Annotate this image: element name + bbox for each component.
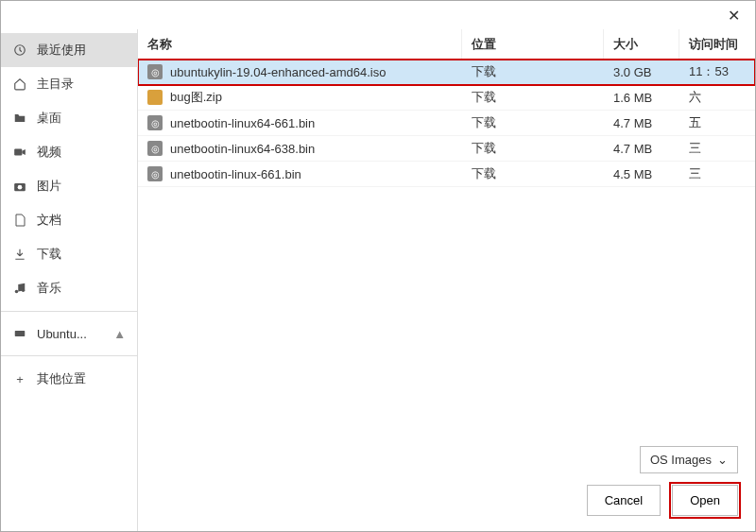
- file-list-header: 名称 位置 大小 访问时间: [138, 29, 755, 60]
- svg-point-4: [15, 290, 19, 294]
- clock-icon: [12, 43, 27, 58]
- sidebar-separator: [1, 355, 137, 356]
- filter-label: OS Images: [650, 453, 712, 467]
- file-row[interactable]: bug图.zip下载1.6 MB六: [138, 85, 755, 111]
- file-name: unetbootin-linux64-638.bin: [170, 142, 315, 156]
- sidebar-item-label: 下载: [37, 246, 61, 263]
- file-size: 4.5 MB: [604, 167, 679, 181]
- file-name-cell: bug图.zip: [138, 89, 462, 106]
- sidebar-item-other-locations[interactable]: + 其他位置: [1, 362, 137, 396]
- folder-icon: [12, 111, 27, 126]
- plus-icon: +: [12, 371, 27, 386]
- file-location: 下载: [462, 63, 604, 80]
- bin-icon: ◎: [147, 166, 163, 181]
- file-rows: ◎ubuntukylin-19.04-enhanced-amd64.iso下载3…: [138, 60, 755, 187]
- sidebar-item-label: 文档: [37, 212, 61, 229]
- svg-point-3: [18, 185, 23, 190]
- col-header-size[interactable]: 大小: [604, 29, 679, 59]
- sidebar-item-label: Ubuntu...: [37, 327, 87, 341]
- download-icon: [12, 247, 27, 262]
- open-button[interactable]: Open: [672, 485, 738, 516]
- file-name: ubuntukylin-19.04-enhanced-amd64.iso: [170, 65, 386, 79]
- file-time: 三: [679, 140, 755, 157]
- file-row[interactable]: ◎unetbootin-linux-661.bin下载4.5 MB三: [138, 162, 755, 187]
- footer: OS Images ⌄: [138, 435, 755, 485]
- file-time: 11：53: [679, 63, 755, 80]
- bin-icon: ◎: [147, 141, 163, 156]
- file-location: 下载: [462, 89, 604, 106]
- file-name: bug图.zip: [170, 89, 222, 106]
- cancel-button[interactable]: Cancel: [587, 485, 661, 516]
- svg-rect-1: [14, 149, 22, 156]
- chevron-down-icon: ⌄: [717, 453, 728, 467]
- file-name-cell: ◎unetbootin-linux64-638.bin: [138, 141, 462, 156]
- file-row[interactable]: ◎ubuntukylin-19.04-enhanced-amd64.iso下载3…: [138, 60, 755, 85]
- sidebar-item-videos[interactable]: 视频: [1, 135, 137, 169]
- file-time: 三: [679, 165, 755, 182]
- sidebar-item-music[interactable]: 音乐: [1, 271, 137, 305]
- disk-icon: [12, 326, 27, 341]
- music-icon: [12, 281, 27, 296]
- iso-icon: ◎: [147, 64, 163, 79]
- file-list: 名称 位置 大小 访问时间 ◎ubuntukylin-19.04-enhance…: [138, 29, 755, 435]
- file-size: 4.7 MB: [604, 142, 679, 156]
- col-header-name[interactable]: 名称: [138, 29, 462, 59]
- main-area: 名称 位置 大小 访问时间 ◎ubuntukylin-19.04-enhance…: [138, 29, 755, 531]
- zip-icon: [147, 90, 163, 105]
- col-header-time[interactable]: 访问时间: [679, 29, 755, 59]
- file-location: 下载: [462, 114, 604, 131]
- close-icon[interactable]: ✕: [722, 5, 746, 26]
- sidebar-item-label: 视频: [37, 144, 61, 161]
- file-location: 下载: [462, 165, 604, 182]
- home-icon: [12, 77, 27, 92]
- sidebar-item-label: 图片: [37, 178, 61, 195]
- file-name-cell: ◎ubuntukylin-19.04-enhanced-amd64.iso: [138, 64, 462, 79]
- titlebar: ✕: [1, 1, 755, 29]
- sidebar-item-desktop[interactable]: 桌面: [1, 101, 137, 135]
- file-location: 下载: [462, 140, 604, 157]
- sidebar-item-label: 最近使用: [37, 42, 86, 59]
- file-size: 1.6 MB: [604, 91, 679, 105]
- svg-point-5: [22, 289, 26, 293]
- sidebar-item-home[interactable]: 主目录: [1, 67, 137, 101]
- doc-icon: [12, 213, 27, 228]
- video-icon: [12, 145, 27, 160]
- sidebar-item-label: 桌面: [37, 110, 61, 127]
- sidebar: 最近使用 主目录 桌面 视频 图片 文档: [1, 29, 138, 531]
- file-name-cell: ◎unetbootin-linux64-661.bin: [138, 115, 462, 130]
- file-row[interactable]: ◎unetbootin-linux64-661.bin下载4.7 MB五: [138, 111, 755, 136]
- file-name: unetbootin-linux-661.bin: [170, 167, 301, 181]
- sidebar-item-volume[interactable]: Ubuntu... ▲: [1, 317, 137, 350]
- sidebar-item-downloads[interactable]: 下载: [1, 237, 137, 271]
- col-header-location[interactable]: 位置: [462, 29, 604, 59]
- eject-icon[interactable]: ▲: [113, 327, 126, 341]
- file-size: 3.0 GB: [604, 65, 679, 79]
- bin-icon: ◎: [147, 115, 163, 130]
- file-time: 六: [679, 89, 755, 106]
- file-row[interactable]: ◎unetbootin-linux64-638.bin下载4.7 MB三: [138, 136, 755, 162]
- sidebar-item-label: 其他位置: [37, 370, 86, 387]
- dialog-body: 最近使用 主目录 桌面 视频 图片 文档: [1, 29, 755, 531]
- file-name: unetbootin-linux64-661.bin: [170, 116, 315, 130]
- sidebar-item-recent[interactable]: 最近使用: [1, 33, 137, 67]
- file-chooser-dialog: ✕ 最近使用 主目录 桌面 视频 图片: [0, 0, 756, 532]
- sidebar-separator: [1, 311, 137, 312]
- svg-rect-6: [15, 331, 26, 336]
- sidebar-item-documents[interactable]: 文档: [1, 203, 137, 237]
- svg-rect-7: [150, 93, 160, 102]
- camera-icon: [12, 179, 27, 194]
- sidebar-item-label: 主目录: [37, 76, 74, 93]
- button-row: Cancel Open: [138, 485, 755, 531]
- sidebar-item-pictures[interactable]: 图片: [1, 169, 137, 203]
- file-time: 五: [679, 114, 755, 131]
- filetype-filter[interactable]: OS Images ⌄: [640, 446, 738, 473]
- sidebar-item-label: 音乐: [37, 280, 61, 297]
- file-name-cell: ◎unetbootin-linux-661.bin: [138, 166, 462, 181]
- file-size: 4.7 MB: [604, 116, 679, 130]
